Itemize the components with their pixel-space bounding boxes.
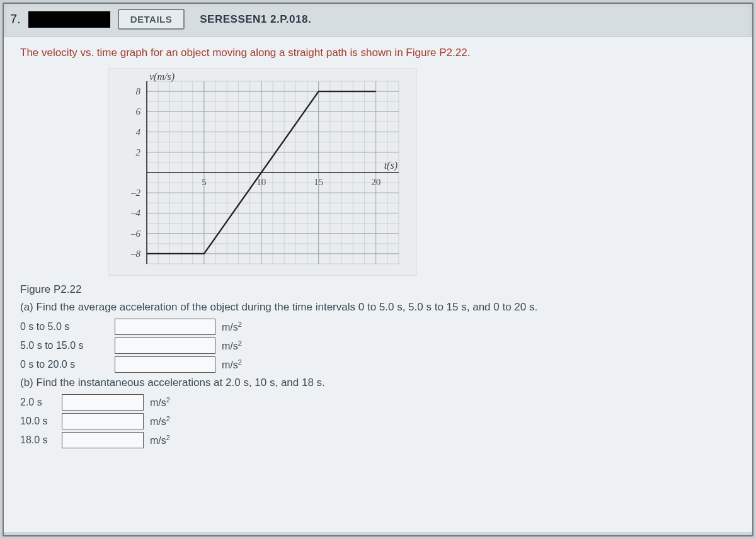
question-container: 7. DETAILS SERESSEN1 2.P.018. The veloci… — [3, 3, 753, 536]
question-header: 7. DETAILS SERESSEN1 2.P.018. — [4, 4, 752, 36]
answer-input[interactable] — [115, 319, 215, 335]
answer-row: 5.0 s to 15.0 sm/s2 — [20, 338, 738, 354]
answer-row: 0 s to 20.0 sm/s2 — [20, 356, 738, 373]
part-b-text: (b) Find the instantaneous accelerations… — [20, 377, 738, 389]
interval-label: 10.0 s — [20, 416, 55, 427]
svg-text:2: 2 — [136, 147, 141, 157]
svg-text:8: 8 — [136, 86, 141, 96]
interval-label: 5.0 s to 15.0 s — [20, 340, 108, 351]
question-prompt: The velocity vs. time graph for an objec… — [20, 47, 738, 59]
unit-label: m/s2 — [150, 434, 170, 446]
svg-text:6: 6 — [136, 106, 141, 116]
interval-label: 2.0 s — [20, 397, 55, 408]
svg-text:t(s): t(s) — [384, 160, 398, 171]
interval-label: 0 s to 5.0 s — [20, 321, 108, 332]
details-button[interactable]: DETAILS — [118, 9, 185, 30]
source-code: SERESSEN1 2.P.018. — [200, 13, 311, 26]
answer-input[interactable] — [62, 432, 144, 448]
svg-text:–8: –8 — [130, 249, 141, 259]
unit-label: m/s2 — [222, 358, 242, 371]
svg-text:15: 15 — [314, 177, 323, 187]
question-number: 7. — [10, 12, 21, 26]
svg-text:–6: –6 — [130, 229, 141, 239]
svg-text:–4: –4 — [130, 208, 141, 218]
svg-text:–2: –2 — [130, 188, 141, 198]
answer-input[interactable] — [115, 338, 215, 354]
svg-text:4: 4 — [136, 127, 141, 137]
figure-wrap: –8–6–4–224685101520v(m/s)t(s) — [108, 68, 738, 278]
unit-label: m/s2 — [222, 339, 242, 352]
svg-text:5: 5 — [202, 177, 207, 187]
figure-caption: Figure P2.22 — [20, 283, 738, 296]
answer-row: 0 s to 5.0 sm/s2 — [20, 319, 738, 335]
unit-label: m/s2 — [150, 415, 170, 428]
answer-row: 18.0 sm/s2 — [20, 432, 738, 448]
svg-text:20: 20 — [371, 177, 381, 187]
answer-input[interactable] — [62, 394, 144, 411]
answer-row: 2.0 sm/s2 — [20, 394, 738, 411]
svg-text:v(m/s): v(m/s) — [149, 71, 175, 82]
interval-label: 0 s to 20.0 s — [20, 359, 108, 370]
answer-row: 10.0 sm/s2 — [20, 413, 738, 429]
velocity-time-chart: –8–6–4–224685101520v(m/s)t(s) — [108, 68, 417, 276]
unit-label: m/s2 — [222, 321, 242, 333]
redacted-box — [28, 11, 110, 28]
question-content: The velocity vs. time graph for an objec… — [4, 36, 752, 532]
interval-label: 18.0 s — [20, 434, 55, 446]
unit-label: m/s2 — [150, 396, 170, 409]
answer-input[interactable] — [62, 413, 144, 429]
part-a-text: (a) Find the average acceleration of the… — [20, 301, 738, 314]
answer-input[interactable] — [115, 356, 215, 373]
